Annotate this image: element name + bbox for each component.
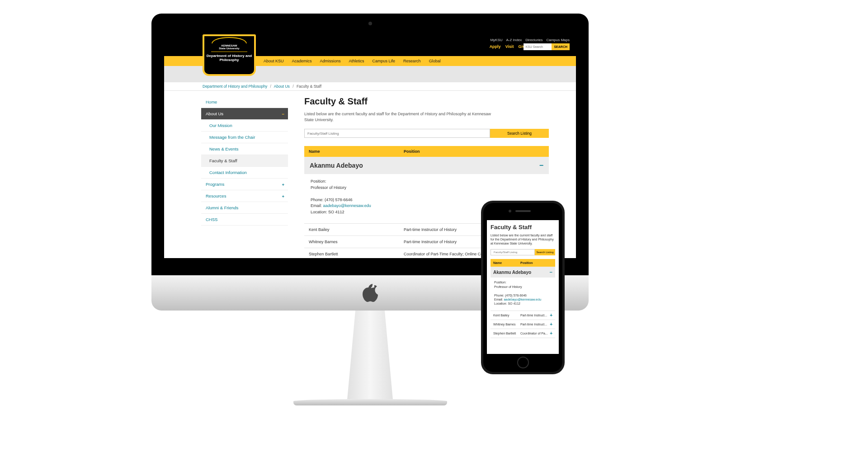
expanded-name: Akanmu Adebayo: [493, 270, 531, 275]
location-label: Location:: [311, 210, 327, 214]
page-title: Faculty & Staff: [491, 224, 555, 231]
listing-search-input[interactable]: [491, 249, 535, 255]
iphone-inner: Faculty & Staff Listed below are the cur…: [483, 203, 562, 372]
department-shield[interactable]: KENNESAWState University Department of H…: [203, 36, 256, 76]
row-name: Whitney Barnes: [309, 240, 404, 244]
sidenav-home[interactable]: Home: [201, 96, 288, 108]
breadcrumb-link[interactable]: Department of History and Philosophy: [203, 84, 267, 89]
table-header: Name Position: [491, 259, 555, 267]
iphone-screen: Faculty & Staff Listed below are the cur…: [487, 220, 559, 354]
sidenav-resources[interactable]: Resources+: [201, 190, 288, 202]
plus-icon: +: [282, 193, 284, 198]
location-value: SO 4112: [508, 302, 520, 305]
table-row[interactable]: Whitney Barnes Part-time Instruct... +: [491, 320, 555, 329]
util-link[interactable]: MyKSU: [490, 38, 502, 42]
util-link[interactable]: A-Z Index: [506, 38, 522, 42]
table-row[interactable]: Stephen Bartlett Coordinator of Pa... +: [491, 329, 555, 338]
col-name-header: Name: [309, 149, 404, 154]
intro-text: Listed below are the current faculty and…: [491, 233, 555, 245]
plus-icon: +: [282, 182, 284, 187]
nav-item[interactable]: Research: [403, 59, 421, 63]
nav-item[interactable]: Academics: [292, 59, 312, 63]
listing-search-input[interactable]: [304, 129, 490, 138]
utility-links: MyKSU A-Z Index Directories Campus Maps: [490, 38, 570, 42]
phone-label: Phone:: [494, 294, 504, 297]
sidenav-alumni[interactable]: Alumni & Friends: [201, 202, 288, 214]
expand-icon: +: [550, 322, 552, 327]
collapse-icon: −: [539, 161, 543, 170]
position-value: Professor of History: [494, 285, 552, 289]
email-label: Email:: [494, 298, 503, 301]
sidenav-contact[interactable]: Contact Information: [201, 167, 288, 179]
email-label: Email:: [311, 203, 322, 208]
nav-item[interactable]: Admissions: [320, 59, 341, 63]
faculty-table: Name Position Akanmu Adebayo − Position:…: [491, 259, 555, 338]
nav-item[interactable]: About KSU: [264, 59, 284, 63]
nav-item[interactable]: Global: [429, 59, 441, 63]
row-position: Coordinator of Pa...: [520, 332, 552, 335]
listing-search-button[interactable]: Search Listing: [535, 249, 555, 255]
apply-link[interactable]: Apply: [490, 44, 501, 49]
table-header: Name Position: [304, 146, 549, 157]
sidenav-about[interactable]: About Us−: [201, 108, 288, 120]
nav-item[interactable]: Campus Life: [373, 59, 396, 63]
expand-icon: +: [550, 331, 552, 336]
phone-value: (470) 578-6646: [325, 198, 353, 202]
col-position-header: Position: [404, 149, 544, 154]
breadcrumb: Department of History and Philosophy / A…: [164, 82, 576, 91]
shield-arc-icon: [212, 37, 247, 43]
location-label: Location:: [494, 302, 507, 305]
breadcrumb-link[interactable]: About Us: [274, 84, 290, 89]
phone-value: (470) 578-6646: [505, 294, 527, 297]
sidenav-programs[interactable]: Programs+: [201, 179, 288, 190]
intro-text: Listed below are the current faculty and…: [304, 111, 499, 122]
imac-camera-icon: [368, 22, 372, 25]
util-link[interactable]: Directories: [525, 38, 542, 42]
imac-stand: [330, 311, 411, 399]
row-name: Kent Bailey: [493, 314, 520, 317]
table-row[interactable]: Kent Bailey Part-time Instruct... +: [491, 311, 555, 320]
row-name: Whitney Barnes: [493, 323, 520, 326]
page-title: Faculty & Staff: [304, 96, 549, 107]
iphone-speaker-icon: [515, 210, 531, 212]
listing-search-button[interactable]: Search Listing: [490, 129, 549, 138]
location-value: SO 4112: [328, 210, 344, 214]
position-label: Position:: [311, 179, 326, 184]
expanded-row-header[interactable]: Akanmu Adebayo −: [304, 157, 549, 174]
breadcrumb-current: Faculty & Staff: [297, 84, 321, 89]
global-search-input[interactable]: [524, 43, 552, 50]
sidenav-faculty-staff[interactable]: Faculty & Staff: [201, 155, 288, 167]
global-search-button[interactable]: SEARCH: [552, 43, 570, 50]
listing-search: Search Listing: [304, 129, 549, 138]
minus-icon: −: [282, 111, 284, 116]
iphone-home-button[interactable]: [517, 357, 529, 368]
row-position: Part-time Instruct...: [520, 314, 552, 317]
email-link[interactable]: aadebayo@kennesaw.edu: [323, 203, 371, 208]
imac-foot: [293, 399, 447, 405]
sidenav-mission[interactable]: Our Mission: [201, 120, 288, 132]
row-position: Part-time Instruct...: [520, 323, 552, 326]
shield-divider: [211, 52, 247, 52]
department-name: Department of History and Philosophy: [204, 54, 254, 62]
nav-item[interactable]: Athletics: [349, 59, 364, 63]
action-links: Apply Visit Give: [490, 44, 527, 49]
mobile-site: Faculty & Staff Listed below are the cur…: [487, 220, 559, 342]
iphone-body: Faculty & Staff Listed below are the cur…: [481, 201, 565, 374]
row-name: Stephen Bartlett: [493, 332, 520, 335]
col-name-header: Name: [493, 261, 520, 264]
position-value: Professor of History: [311, 185, 542, 191]
iphone-device: Faculty & Staff Listed below are the cur…: [481, 201, 565, 374]
util-link[interactable]: Campus Maps: [546, 38, 570, 42]
sidenav-chss[interactable]: CHSS: [201, 214, 288, 226]
listing-search: Search Listing: [491, 249, 555, 255]
visit-link[interactable]: Visit: [505, 44, 514, 49]
sidenav-news[interactable]: News & Events: [201, 143, 288, 155]
email-link[interactable]: aadebayo@kennesaw.edu: [504, 298, 541, 301]
side-nav: Home About Us− Our Mission Message from …: [201, 96, 288, 258]
sidenav-message[interactable]: Message from the Chair: [201, 132, 288, 143]
row-name: Stephen Bartlett: [309, 252, 404, 256]
expanded-row-header[interactable]: Akanmu Adebayo −: [491, 267, 555, 278]
collapse-icon: −: [550, 269, 552, 275]
university-name: KENNESAWState University: [219, 44, 239, 50]
expanded-row-detail: Position: Professor of History Phone: (4…: [491, 278, 555, 311]
